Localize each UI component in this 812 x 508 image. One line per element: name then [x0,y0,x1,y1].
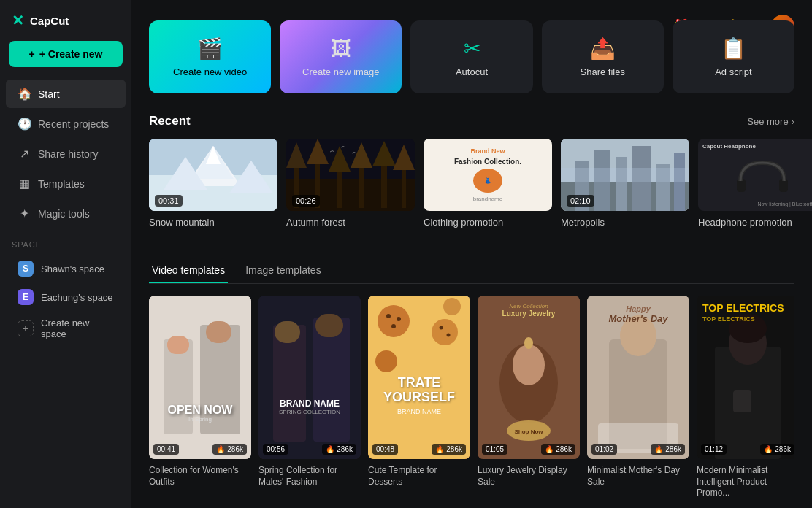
svg-rect-35 [167,336,189,354]
template-4-likes: 🔥 286k [541,444,575,455]
svg-text:Shop Now: Shop Now [514,428,543,435]
clothing-thumb: Brand New Fashion Collection. 👗 brandnam… [424,139,552,211]
women-fashion-svg [149,296,251,459]
template-card-4[interactable]: Shop Now New Collection Luxury Jewelry 0… [478,296,580,499]
main-content: 🎬 Create new video 🖼 Create new image ✂ … [131,0,812,508]
svg-rect-40 [275,321,300,343]
template-card-1[interactable]: OPEN NOW In Spring 00:41 🔥 286k Collecti… [149,296,251,499]
sidebar-item-recent[interactable]: 🕐 Recent projects [6,109,126,138]
snow-duration: 00:31 [155,195,183,207]
recent-card-headphone[interactable]: Capcut Headphone Now listening | Bluetoo… [698,139,812,228]
template-1-headline: OPEN NOW [155,404,245,416]
svg-point-50 [440,326,443,330]
create-image-icon: 🖼 [331,36,351,61]
sidebar-label-share: Share history [38,148,98,160]
sidebar-label-recent: Recent projects [38,118,109,130]
template-card-2[interactable]: BRAND NAME SPRING COLLECTION 00:56 🔥 286… [258,296,361,499]
template-thumb-3: TRATEYOURSELF BRAND NAME 00:48 🔥 286k [368,296,470,459]
recent-card-metro[interactable]: 02:10 Metropolis [561,139,689,228]
template-5-likes: 🔥 286k [651,444,685,455]
space-section: SPACE S Shawn's space E Eachung's space … [0,240,131,352]
svg-rect-36 [206,321,231,343]
sidebar-item-templates[interactable]: ▦ Templates [6,169,126,198]
capcut-logo-icon: ✕ [12,12,24,29]
create-image-label: Create new image [302,66,380,77]
ad-script-card[interactable]: 📋 Ad script [673,20,794,93]
ad-script-label: Ad script [715,66,752,77]
metro-name: Metropolis [561,217,689,228]
svg-rect-41 [315,314,343,337]
recent-card-clothing[interactable]: Brand New Fashion Collection. 👗 brandnam… [424,139,552,228]
clothing-name: Clothing promotion [424,217,552,228]
recent-card-snow[interactable]: 00:31 Snow mountain [149,139,277,228]
template-1-text-overlay: OPEN NOW In Spring [149,404,251,423]
template-2-headline: BRAND NAME [264,399,355,409]
template-1-subline: In Spring [155,416,245,423]
magic-icon: ✦ [18,207,31,220]
sidebar-item-create-space[interactable]: + Create new space [12,312,120,345]
svg-point-43 [378,305,410,337]
create-new-button[interactable]: + + Create new [9,41,123,67]
template-thumb-4: Shop Now New Collection Luxury Jewelry 0… [478,296,580,459]
sidebar-label-start: Start [38,88,60,100]
autumn-duration: 00:26 [292,195,320,207]
template-3-stats: 00:48 🔥 286k [372,444,466,455]
template-1-name: Collection for Women's Outfits [149,465,251,488]
create-image-card[interactable]: 🖼 Create new image [280,20,402,93]
template-4-top-text: New Collection Luxury Jewelry [478,303,580,318]
share-files-label: Share files [581,66,625,77]
recent-section-header: Recent See more › [149,114,794,128]
headphone-svg [733,155,792,196]
eachung-space-label: Eachung's space [41,292,113,303]
clothing-circle: 👗 [473,169,502,193]
template-6-stats: 01:12 🔥 286k [701,444,794,455]
create-plus-icon: + [29,48,35,60]
snow-name: Snow mountain [149,217,277,228]
svg-point-49 [391,324,396,328]
template-3-duration: 00:48 [372,444,398,455]
sidebar-item-share-history[interactable]: ↗ Share history [6,139,126,168]
headphone-image [702,150,812,201]
metro-duration: 02:10 [567,195,594,207]
males-fashion-svg [258,296,361,459]
share-files-card[interactable]: 📤 Share files [542,20,664,93]
clothing-headline: Fashion Collection. [454,158,521,166]
clock-icon: 🕐 [18,117,31,131]
quick-actions: 🎬 Create new video 🖼 Create new image ✂ … [149,20,794,93]
template-2-likes: 🔥 286k [322,444,356,455]
template-3-name: Cute Template for Desserts [368,465,470,488]
create-video-card[interactable]: 🎬 Create new video [149,20,271,93]
template-6-name: Modern Minimalist Intelligent Product Pr… [697,465,794,499]
tab-image-templates[interactable]: Image templates [242,258,324,283]
share-icon: ↗ [18,147,31,161]
sidebar-item-start[interactable]: 🏠 Start [6,80,126,108]
sidebar-item-magic-tools[interactable]: ✦ Magic tools [6,199,126,228]
template-card-5[interactable]: Happy Mother's Day 01:02 🔥 286k Minimali… [587,296,689,499]
template-1-duration: 00:41 [153,444,179,455]
template-2-duration: 00:56 [263,444,288,455]
sidebar-item-eachung-space[interactable]: E Eachung's space [12,283,120,311]
template-card-3[interactable]: TRATEYOURSELF BRAND NAME 00:48 🔥 286k Cu… [368,296,470,499]
tab-video-templates[interactable]: Video templates [149,258,228,283]
metro-thumb: 02:10 [561,139,689,211]
template-4-name: Luxury Jewelry Display Sale [478,465,580,488]
recent-card-autumn[interactable]: 00:26 Autumn forest [286,139,415,228]
template-5-duration: 01:02 [591,444,617,455]
svg-point-55 [524,337,533,349]
template-5-stats: 01:02 🔥 286k [591,444,685,455]
recent-list: 00:31 Snow mountain [149,139,794,228]
chevron-right-icon: › [792,116,794,127]
see-more-button[interactable]: See more › [747,116,794,127]
template-card-6[interactable]: TOP ELECTRICS TOP ELECTRICS 01:12 🔥 286k… [697,296,794,499]
create-space-icon: + [18,320,34,336]
template-inner-2: BRAND NAME SPRING COLLECTION [258,296,361,459]
template-3-subline: BRAND NAME [374,408,464,415]
headphone-model-text: Now listening | Bluetooth 5.2 [702,201,812,207]
autocut-card[interactable]: ✂ Autocut [410,20,532,93]
templates-icon: ▦ [18,177,31,190]
template-1-stats: 00:41 🔥 286k [153,444,247,455]
autocut-icon: ✂ [464,36,480,61]
template-inner-6: TOP ELECTRICS TOP ELECTRICS [697,296,794,459]
create-video-label: Create new video [173,66,247,77]
sidebar-item-shawn-space[interactable]: S Shawn's space [12,255,120,282]
